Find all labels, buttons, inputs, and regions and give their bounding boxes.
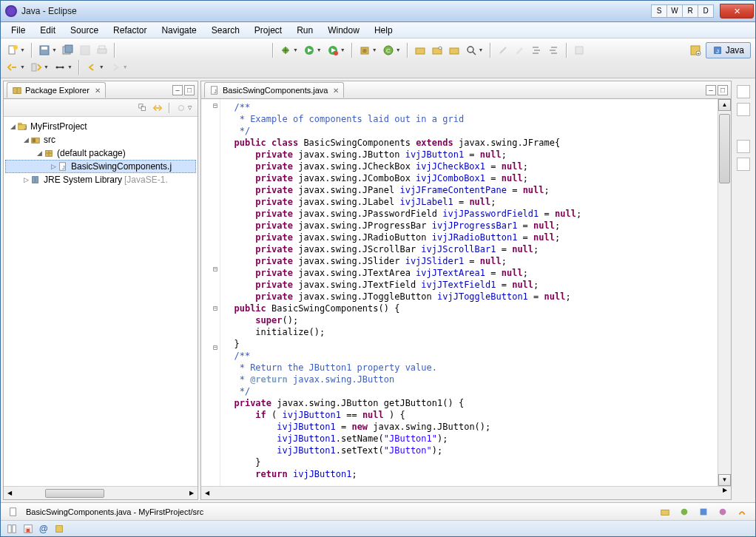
dropdown-icon[interactable]: ▼ xyxy=(44,64,49,70)
src-node[interactable]: ◢ src xyxy=(5,133,196,146)
expand-icon[interactable]: ▷ xyxy=(49,163,58,170)
dropdown-icon[interactable]: ▼ xyxy=(293,47,298,53)
status-icon[interactable] xyxy=(736,506,748,518)
view-icon[interactable] xyxy=(737,158,750,171)
scroll-down-icon[interactable]: ▼ xyxy=(718,474,731,486)
editor-tab[interactable]: J BasicSwingComponents.java ✕ xyxy=(204,82,344,98)
menu-source[interactable]: Source xyxy=(63,23,106,38)
new-class-icon[interactable]: C xyxy=(381,43,396,58)
maximize-icon[interactable]: □ xyxy=(718,85,728,95)
dropdown-icon[interactable]: ▼ xyxy=(20,64,25,70)
task-list-icon[interactable] xyxy=(737,103,750,116)
minimize-icon[interactable]: – xyxy=(706,85,716,95)
outline-view-icon[interactable] xyxy=(737,85,750,98)
menu-help[interactable]: Help xyxy=(367,23,400,38)
menu-project[interactable]: Project xyxy=(247,23,289,38)
debug-icon[interactable] xyxy=(278,43,293,58)
expand-icon[interactable]: ◢ xyxy=(35,149,44,157)
package-explorer-tab[interactable]: Package Explorer ✕ xyxy=(7,82,106,98)
switch-r[interactable]: R xyxy=(682,4,698,18)
project-node[interactable]: ◢ J MyFirstProject xyxy=(5,120,196,133)
minimize-icon[interactable]: – xyxy=(172,85,183,95)
generic-icon[interactable] xyxy=(572,43,587,58)
scroll-thumb[interactable] xyxy=(719,114,730,183)
scroll-up-icon[interactable]: ▲ xyxy=(718,99,731,111)
open-perspective-icon[interactable]: + xyxy=(688,43,703,58)
editor-hscrollbar[interactable]: ◀ ▶ xyxy=(201,486,731,499)
java-perspective-button[interactable]: J Java xyxy=(706,42,751,58)
dropdown-icon[interactable]: ▼ xyxy=(317,47,322,53)
switch-w[interactable]: W xyxy=(666,4,683,18)
svg-text:J: J xyxy=(716,47,719,54)
fastview-icon[interactable] xyxy=(7,524,17,534)
shift-right-icon[interactable] xyxy=(530,43,544,58)
project-tree[interactable]: ◢ J MyFirstProject ◢ src ◢ (default pack… xyxy=(4,117,198,486)
menu-refactor[interactable]: Refactor xyxy=(106,23,154,38)
menu-navigate[interactable]: Navigate xyxy=(154,23,203,38)
view-menu-icon[interactable]: ▽ xyxy=(188,105,192,111)
search-icon[interactable] xyxy=(464,43,479,58)
status-icon[interactable] xyxy=(717,506,729,518)
package-node[interactable]: ◢ (default package) xyxy=(5,146,196,160)
status-icon[interactable] xyxy=(659,506,671,518)
new-package-icon[interactable]: ⊞ xyxy=(357,43,372,58)
close-icon[interactable]: ✕ xyxy=(333,87,339,95)
dropdown-icon[interactable]: ▼ xyxy=(67,64,72,70)
expand-icon[interactable]: ▷ xyxy=(21,176,30,183)
dropdown-icon[interactable]: ▼ xyxy=(372,47,377,53)
dropdown-icon[interactable]: ▼ xyxy=(396,47,401,53)
print-icon[interactable] xyxy=(95,43,109,58)
jre-node[interactable]: ▷ JRE System Library [JavaSE-1. xyxy=(5,173,196,186)
title-bar[interactable]: Java - Eclipse S W R D ✕ xyxy=(1,1,755,22)
folder2-icon[interactable] xyxy=(447,43,462,58)
dropdown-icon[interactable]: ▼ xyxy=(123,64,128,70)
prune-icon[interactable] xyxy=(53,60,67,75)
java-file-node[interactable]: ▷ J BasicSwingComponents.j xyxy=(5,160,196,173)
dropdown-icon[interactable]: ▼ xyxy=(479,47,484,53)
nav-back-group-icon[interactable] xyxy=(5,60,20,75)
run-icon[interactable] xyxy=(302,43,317,58)
at-icon[interactable]: @ xyxy=(39,524,48,534)
collapse-all-icon[interactable]: - xyxy=(137,102,149,114)
save-icon[interactable] xyxy=(37,43,52,58)
folder-icon[interactable] xyxy=(430,43,445,58)
menu-file[interactable]: File xyxy=(4,23,33,38)
explorer-hscrollbar[interactable]: ◀ ▶ xyxy=(4,486,198,499)
switch-s[interactable]: S xyxy=(651,4,667,18)
back-icon[interactable] xyxy=(84,60,99,75)
editor-gutter[interactable]: ⊟ ⊟ ⊟ ⊟ xyxy=(201,99,220,486)
menu-edit[interactable]: Edit xyxy=(33,23,63,38)
forward-icon[interactable] xyxy=(108,60,123,75)
wand-icon[interactable] xyxy=(496,43,510,58)
close-icon[interactable]: ✕ xyxy=(95,87,101,95)
dropdown-icon[interactable]: ▼ xyxy=(52,47,57,53)
run-last-icon[interactable] xyxy=(325,43,340,58)
dropdown-icon[interactable]: ▼ xyxy=(20,47,25,53)
status-icon[interactable] xyxy=(698,506,709,518)
menu-run[interactable]: Run xyxy=(289,23,320,38)
menu-search[interactable]: Search xyxy=(204,23,247,38)
save-all-icon[interactable] xyxy=(61,43,75,58)
dropdown-icon[interactable]: ▼ xyxy=(340,47,345,53)
dropdown-icon[interactable]: ▼ xyxy=(99,64,104,70)
editor-vscrollbar[interactable]: ▲ ▼ xyxy=(718,99,731,486)
focus-icon[interactable] xyxy=(175,102,187,114)
scroll-thumb[interactable] xyxy=(45,489,104,498)
window-close-button[interactable]: ✕ xyxy=(720,4,754,18)
switch-d[interactable]: D xyxy=(698,4,714,18)
expand-icon[interactable]: ◢ xyxy=(21,136,30,143)
open-type-icon[interactable] xyxy=(413,43,428,58)
link-editor-icon[interactable] xyxy=(152,102,163,114)
new-icon[interactable] xyxy=(5,43,20,58)
declaration-icon[interactable] xyxy=(54,524,64,534)
shift-left-icon[interactable] xyxy=(547,43,561,58)
menu-window[interactable]: Window xyxy=(320,23,367,38)
nav-fwd-group-icon[interactable] xyxy=(29,60,44,75)
status-icon[interactable] xyxy=(678,506,690,518)
view-icon[interactable] xyxy=(737,140,750,153)
pencil-icon[interactable] xyxy=(513,43,527,58)
show-view-icon[interactable]: ▣ xyxy=(23,524,33,534)
code-area[interactable]: /** * Example of components laid out in … xyxy=(220,99,718,486)
expand-icon[interactable]: ◢ xyxy=(8,123,17,130)
maximize-icon[interactable]: □ xyxy=(184,85,195,95)
